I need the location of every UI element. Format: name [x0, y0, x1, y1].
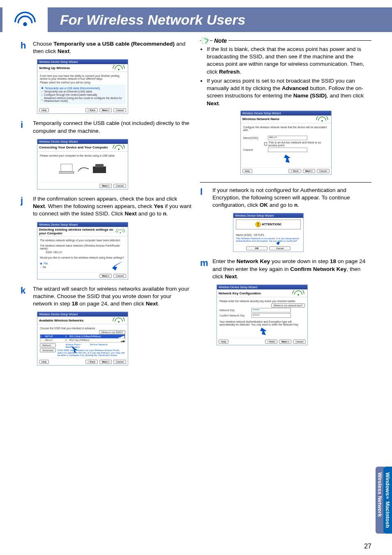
- help-button[interactable]: Help: [39, 360, 49, 364]
- svg-rect-4: [59, 171, 74, 173]
- step-letter-m: m: [200, 258, 208, 280]
- dialog-titlebar: Wireless Device Setup Wizard: [37, 222, 128, 227]
- wifi-icon: [111, 65, 126, 71]
- page-number: 27: [364, 543, 371, 550]
- next-button[interactable]: Next >: [99, 184, 112, 188]
- pointer-arrow-icon: [256, 327, 268, 336]
- adhoc-checkbox[interactable]: [264, 142, 267, 146]
- help-button[interactable]: Help: [242, 169, 252, 173]
- pointer-arrow-icon: [275, 237, 285, 245]
- radio-option[interactable]: ◉Temporarily use a USB cable (Recommende…: [41, 86, 124, 90]
- cancel-button[interactable]: Cancel: [113, 184, 126, 188]
- tab-os[interactable]: Windows® Macintosh: [383, 467, 392, 534]
- dialog-text: Please select the method you will be usi…: [40, 81, 125, 84]
- where-key-button[interactable]: Where is my network key?: [271, 303, 305, 308]
- svg-point-2: [118, 149, 119, 150]
- dialog-text: Choose the SSID that you checked in adva…: [40, 327, 125, 330]
- svg-point-10: [321, 120, 322, 121]
- next-button[interactable]: Next >: [99, 274, 112, 278]
- wifi-icon: [315, 116, 330, 122]
- ok-button[interactable]: OK: [246, 246, 267, 250]
- note-item: If the list is blank, check that the acc…: [207, 46, 371, 76]
- radio-yes[interactable]: ◉Yes: [40, 262, 111, 265]
- cancel-button[interactable]: Cancel: [293, 340, 306, 344]
- wifi-icon: [111, 317, 126, 323]
- note-icon: [201, 37, 210, 44]
- page-title: For Wireless Network Users: [48, 12, 245, 28]
- back-button[interactable]: < Back: [265, 340, 278, 344]
- ssid-input[interactable]: HELLO: [268, 136, 307, 140]
- dialog-titlebar: Wireless Device Setup Wizard: [241, 111, 331, 116]
- dialog-titlebar: Wireless Device Setup Wizard: [37, 312, 128, 317]
- step-letter-j: j: [21, 195, 28, 218]
- cancel-button[interactable]: Cancel: [113, 108, 126, 112]
- cancel-button[interactable]: Cancel: [113, 274, 126, 278]
- dialog-setting-up-wireless: Wireless Device Setup Wizard Setting Up …: [37, 59, 128, 114]
- step-letter-h: h: [21, 40, 28, 55]
- dialog-detecting-settings: Wireless Device Setup Wizard Detecting e…: [37, 222, 128, 280]
- svg-rect-12: [258, 223, 258, 225]
- list-item[interactable]: ▪SETUP1802.11b/g (11Mbps/54Mbps)▂▄▆: [40, 335, 125, 338]
- where-ssid-button[interactable]: Where is my SSID?: [99, 330, 125, 334]
- printer-icon: [92, 163, 107, 175]
- dialog-heading: Setting Up Wireless: [39, 66, 70, 70]
- dialog-attention: Wireless Device Setup Wizard ATTENTION! …: [233, 213, 304, 252]
- wifi-icon: [111, 145, 126, 150]
- cancel-button[interactable]: Cancel: [113, 360, 126, 364]
- dialog-text: From here you now have the ability to co…: [40, 74, 125, 80]
- dialog-heading: Detecting existing wireless network sett…: [39, 228, 115, 235]
- tab-wireless-network[interactable]: Wireless Network: [376, 467, 384, 534]
- dialog-heading: Wireless Network Name: [242, 117, 280, 121]
- page-header: For Wireless Network Users: [0, 7, 392, 32]
- usb-cable-icon: [77, 165, 90, 173]
- wifi-icon: [115, 229, 126, 234]
- dialog-titlebar: Wireless Device Setup Wizard: [37, 60, 128, 64]
- laptop-icon: [58, 163, 75, 175]
- back-button[interactable]: < Back: [85, 108, 98, 112]
- svg-point-7: [120, 232, 121, 233]
- step-j-text: If the confirmation screen appears, chec…: [33, 195, 192, 218]
- step-letter-i: i: [21, 120, 28, 134]
- list-item[interactable]: ▫HELLO2802.11g (54Mbps)▂▄: [40, 338, 125, 342]
- dialog-available-networks: Wireless Device Setup Wizard Available W…: [37, 312, 128, 365]
- dialog-text: Your wireless network Authentication and…: [219, 320, 305, 326]
- cancel-button[interactable]: Cancel: [269, 246, 291, 250]
- next-button[interactable]: Next >: [303, 169, 315, 173]
- dialog-titlebar: Wireless Device Setup Wizard: [37, 139, 128, 144]
- radio-option[interactable]: ○Advanced method (Using Ad-hoc mode to c…: [41, 97, 124, 102]
- dialog-text: Would you like to connect to the wireles…: [40, 256, 125, 259]
- step-m-text: Enter the Network Key you wrote down in …: [212, 258, 371, 280]
- dialog-text: Configure the wireless network name that…: [243, 126, 329, 132]
- next-button[interactable]: Next >: [99, 360, 112, 364]
- network-key-input[interactable]: ••••••••: [251, 308, 291, 312]
- back-button[interactable]: < Back: [85, 360, 98, 364]
- dialog-heading: Network Key Configuration: [219, 291, 261, 295]
- cancel-button[interactable]: Cancel: [317, 169, 330, 173]
- svg-point-8: [118, 321, 119, 322]
- radio-no[interactable]: ○No: [40, 266, 111, 268]
- dialog-titlebar: Wireless Device Setup Wizard: [233, 213, 303, 218]
- pointer-arrow-icon: [280, 154, 292, 164]
- refresh-button[interactable]: Refresh: [40, 343, 56, 347]
- note-box: Note If the list is blank, check that th…: [200, 40, 371, 183]
- dialog-heading: Available Wireless Networks: [39, 319, 83, 322]
- svg-rect-3: [61, 164, 72, 171]
- pointer-arrow-icon: [70, 345, 80, 353]
- help-button[interactable]: Help: [39, 108, 49, 112]
- radio-option[interactable]: ○Temporarily use an Ethernet (LAN) cable: [41, 90, 124, 93]
- legend-text: Access Point / Ad-hoc Network Base Stati…: [58, 343, 125, 348]
- dialog-text: The wireless network settings of your co…: [40, 239, 125, 242]
- step-letter-l: l: [200, 187, 208, 209]
- confirm-key-input[interactable]: ••••••••: [251, 313, 291, 318]
- step-k-text: The wizard will search for wireless netw…: [33, 285, 192, 308]
- back-button[interactable]: < Back: [288, 169, 301, 173]
- pointer-arrow-icon: [111, 260, 125, 271]
- radio-option[interactable]: ○Configure through the control panel man…: [41, 93, 124, 96]
- next-button[interactable]: Next >: [279, 340, 291, 344]
- advanced-button[interactable]: Advanced: [40, 348, 56, 352]
- wifi-icon: [291, 290, 306, 296]
- help-button[interactable]: Help: [219, 340, 228, 344]
- dialog-text: The wireless network name detected (Wire…: [40, 244, 125, 250]
- step-letter-k: k: [21, 285, 28, 308]
- next-button[interactable]: Next >: [99, 108, 112, 112]
